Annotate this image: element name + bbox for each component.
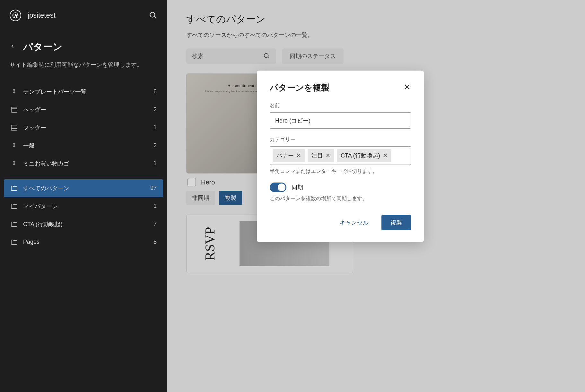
nav-label: Pages <box>23 239 39 245</box>
nav-groups-list: テンプレートパーツ一覧 6 ヘッダー 2 フッター 1 <box>0 80 167 254</box>
nav-item-general[interactable]: 一般 2 <box>4 137 163 155</box>
nav-label: フッター <box>23 124 46 132</box>
svg-rect-4 <box>11 125 17 130</box>
svg-line-1 <box>154 16 156 18</box>
form-group-name: 名前 <box>270 102 411 129</box>
nav-item-my-patterns[interactable]: マイパターン 1 <box>4 197 163 215</box>
folder-icon <box>10 184 18 192</box>
token-remove-button[interactable]: ✕ <box>296 152 301 159</box>
nav-label: 一般 <box>23 142 35 149</box>
nav-item-cta[interactable]: CTA (行動喚起) 7 <box>4 215 163 233</box>
token-label: 注目 <box>311 152 323 159</box>
folder-icon <box>10 220 18 228</box>
nav-item-minicart[interactable]: ミニお買い物カゴ 1 <box>4 155 163 173</box>
nav-label: ミニお買い物カゴ <box>23 160 69 167</box>
cancel-button[interactable]: キャンセル <box>333 215 375 230</box>
nav-item-pages[interactable]: Pages 8 <box>4 233 163 251</box>
nav-label: CTA (行動喚起) <box>23 220 63 228</box>
close-icon <box>403 83 411 91</box>
nav-item-all-patterns[interactable]: すべてのパターン 97 <box>4 179 163 197</box>
sidebar: jpsitetest パターン サイト編集時に利用可能なパターンを管理します。 … <box>0 0 167 392</box>
sidebar-header: jpsitetest <box>0 6 167 31</box>
duplicate-pattern-modal: パターンを複製 名前 カテゴリー バナー ✕ 注目 ✕ <box>257 71 424 242</box>
token-label: CTA (行動喚起) <box>341 152 380 159</box>
nav-count: 1 <box>153 160 157 167</box>
sync-toggle[interactable] <box>270 183 286 192</box>
category-token-input[interactable]: バナー ✕ 注目 ✕ CTA (行動喚起) ✕ <box>270 146 411 165</box>
name-input[interactable] <box>270 112 411 129</box>
nav-count: 6 <box>153 88 157 95</box>
modal-header: パターンを複製 <box>270 82 411 93</box>
modal-footer: キャンセル 複製 <box>270 215 411 230</box>
nav-label: すべてのパターン <box>23 184 69 192</box>
nav-title-row: パターン <box>0 31 167 60</box>
site-name: jpsitetest <box>28 11 56 20</box>
nav-count: 2 <box>153 106 157 113</box>
nav-count: 2 <box>153 142 157 149</box>
nav-count: 1 <box>153 124 157 131</box>
nav-item-template-parts[interactable]: テンプレートパーツ一覧 6 <box>4 83 163 101</box>
nav-count: 8 <box>153 239 157 245</box>
nav-item-header[interactable]: ヘッダー 2 <box>4 101 163 119</box>
svg-point-0 <box>150 12 155 17</box>
nav-label: テンプレートパーツ一覧 <box>23 88 87 96</box>
search-button[interactable] <box>149 11 157 20</box>
toggle-knob <box>278 183 285 191</box>
modal-overlay: パターンを複製 名前 カテゴリー バナー ✕ 注目 ✕ <box>167 0 585 392</box>
nav-label: ヘッダー <box>23 106 46 114</box>
token-remove-button[interactable]: ✕ <box>383 152 388 159</box>
wordpress-logo-icon <box>10 10 21 21</box>
form-group-category: カテゴリー バナー ✕ 注目 ✕ CTA (行動喚起) ✕ 半角コンマまたはエン… <box>270 136 411 175</box>
svg-rect-2 <box>11 107 17 112</box>
name-label: 名前 <box>270 102 411 109</box>
category-label: カテゴリー <box>270 136 411 143</box>
folder-icon <box>10 238 18 246</box>
nav-item-footer[interactable]: フッター 1 <box>4 119 163 137</box>
nav-count: 7 <box>153 221 157 227</box>
nav-description: サイト編集時に利用可能なパターンを管理します。 <box>0 60 167 80</box>
layout-header-icon <box>10 106 18 114</box>
category-token: CTA (行動喚起) ✕ <box>337 149 391 162</box>
folder-icon <box>10 202 18 210</box>
back-button[interactable] <box>10 43 15 51</box>
sync-label: 同期 <box>292 183 303 191</box>
diamond-stack-icon <box>10 142 18 149</box>
site-brand[interactable]: jpsitetest <box>10 10 56 21</box>
modal-title: パターンを複製 <box>270 82 329 93</box>
duplicate-button[interactable]: 複製 <box>381 215 411 230</box>
nav-title: パターン <box>23 40 63 54</box>
category-token: バナー ✕ <box>273 149 305 162</box>
category-token: 注目 ✕ <box>308 149 334 162</box>
form-group-sync: 同期 このパターンを複数の場所で同期します。 <box>270 183 411 202</box>
nav-divider <box>10 176 157 176</box>
diamond-stack-icon <box>10 160 18 167</box>
layout-footer-icon <box>10 124 18 132</box>
nav-label: マイパターン <box>23 202 58 210</box>
category-help: 半角コンマまたはエンターキーで区切ります。 <box>270 168 411 175</box>
token-label: バナー <box>276 152 294 159</box>
diamond-stack-icon <box>10 88 18 96</box>
modal-close-button[interactable] <box>403 83 411 93</box>
token-remove-button[interactable]: ✕ <box>326 152 330 159</box>
sync-description: このパターンを複数の場所で同期します。 <box>270 195 411 202</box>
nav-count: 97 <box>150 185 157 192</box>
nav-count: 1 <box>153 203 157 209</box>
search-icon <box>149 11 157 20</box>
chevron-left-icon <box>10 43 15 49</box>
